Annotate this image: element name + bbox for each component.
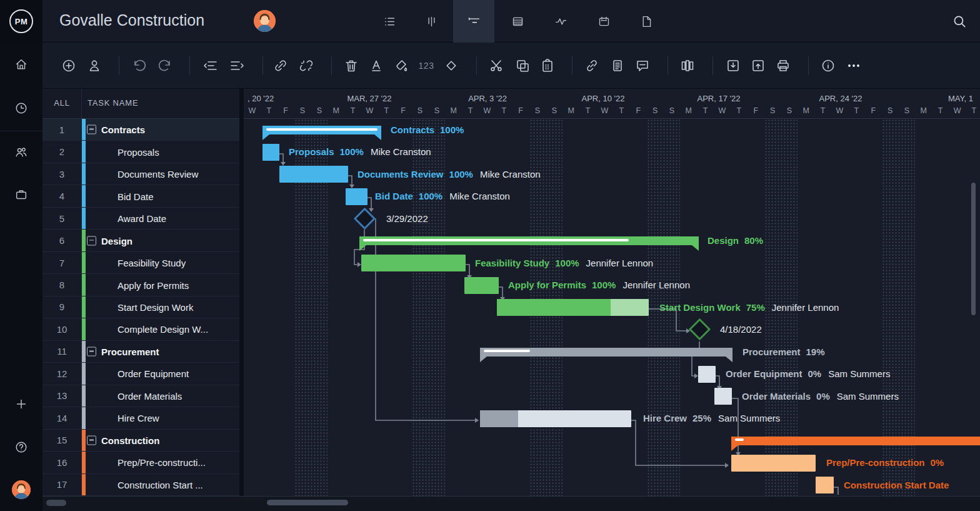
indent-button[interactable] xyxy=(229,58,245,74)
table-row-11[interactable]: 11Procurement xyxy=(42,341,239,363)
task-bar-bid-date[interactable] xyxy=(346,188,368,205)
sidebar-item-team[interactable] xyxy=(14,145,28,159)
add-task-button[interactable] xyxy=(61,58,77,74)
task-bar-order-equipment[interactable] xyxy=(698,366,716,383)
tab-list-view[interactable] xyxy=(369,0,410,43)
table-row-17[interactable]: 17Construction Start ... xyxy=(42,474,239,496)
comment-button[interactable] xyxy=(634,58,651,74)
chart-h-scrollbar[interactable] xyxy=(267,500,348,505)
delete-button[interactable] xyxy=(343,58,359,74)
summary-bar-contracts[interactable] xyxy=(262,126,381,140)
undo-button[interactable] xyxy=(131,58,148,74)
table-row-8[interactable]: 8Apply for Permits xyxy=(42,274,239,296)
tab-doc-view[interactable] xyxy=(626,0,667,43)
cut-icon xyxy=(489,58,504,73)
table-row-5[interactable]: 5Award Date xyxy=(42,208,239,230)
assign-user-button[interactable] xyxy=(86,58,102,74)
link-tasks-button[interactable] xyxy=(272,58,289,74)
table-row-16[interactable]: 16Prep/Pre-constructi... xyxy=(42,452,239,473)
table-row-9[interactable]: 9Start Design Work xyxy=(42,296,239,318)
gantt-label-prep-pre-construction: Prep/Pre-construction0% xyxy=(826,457,944,469)
summary-bar-procurement[interactable] xyxy=(480,348,732,362)
task-bar-order-materials[interactable] xyxy=(714,388,732,405)
table-h-scrollbar[interactable] xyxy=(46,500,66,506)
columns-button[interactable] xyxy=(679,58,696,74)
font-color-button[interactable] xyxy=(368,58,384,74)
export-button[interactable] xyxy=(750,58,766,74)
table-row-12[interactable]: 12Order Equipment xyxy=(42,363,239,385)
sidebar-item-time[interactable] xyxy=(14,101,28,115)
collapse-icon[interactable] xyxy=(87,236,96,245)
collapse-icon[interactable] xyxy=(87,347,96,356)
bar-task-name: Order Equipment xyxy=(726,368,802,379)
summary-bar-construction[interactable] xyxy=(731,437,980,451)
bar-percent: 80% xyxy=(744,235,763,246)
column-header-task-name[interactable]: TASK NAME xyxy=(88,98,138,108)
task-bar-prep-pre-construction[interactable] xyxy=(731,455,816,472)
fill-color-button[interactable] xyxy=(392,58,409,74)
tab-calendar-view[interactable] xyxy=(583,0,624,43)
search-icon[interactable] xyxy=(951,13,968,29)
table-row-15[interactable]: 15Construction xyxy=(42,430,239,452)
notes-button[interactable] xyxy=(609,58,626,74)
table-row-4[interactable]: 4Bid Date xyxy=(42,185,239,207)
row-number: 16 xyxy=(42,452,81,473)
table-row-6[interactable]: 6Design xyxy=(42,230,239,251)
team-icon xyxy=(14,145,28,159)
table-row-1[interactable]: 1Contracts xyxy=(42,119,239,141)
tab-activity-view[interactable] xyxy=(540,0,581,43)
tab-sheet-view[interactable] xyxy=(497,0,538,43)
gantt-label-hire-crew: Hire Crew25%Sam Summers xyxy=(643,412,780,425)
table-row-14[interactable]: 14Hire Crew xyxy=(42,407,239,429)
doc-view-icon xyxy=(640,15,653,28)
task-bar-construction-start-date[interactable] xyxy=(816,477,834,493)
chart-v-scrollbar[interactable] xyxy=(971,183,976,315)
tab-kanban-view[interactable] xyxy=(411,0,452,43)
gantt-label-order-materials: Order Materials0%Sam Summers xyxy=(742,390,899,403)
table-row-7[interactable]: 7Feasibility Study xyxy=(42,252,239,274)
table-row-13[interactable]: 13Order Materials xyxy=(42,385,239,407)
gantt-label-proposals: Proposals100%Mike Cranston xyxy=(289,146,431,158)
task-bar-apply-for-permits[interactable] xyxy=(464,277,499,294)
tab-gantt-view[interactable] xyxy=(453,0,494,43)
table-row-10[interactable]: 10Complete Design W... xyxy=(42,318,239,340)
fill-color-icon xyxy=(393,58,408,73)
outdent-button[interactable] xyxy=(202,58,219,74)
panel-divider[interactable] xyxy=(239,89,244,511)
unlink-tasks-button[interactable] xyxy=(298,58,314,74)
collapse-icon[interactable] xyxy=(87,125,96,134)
number-format-button[interactable]: 123 xyxy=(418,58,434,74)
task-bar-hire-crew[interactable] xyxy=(480,410,631,427)
table-row-3[interactable]: 3Documents Review xyxy=(42,163,239,185)
print-button[interactable] xyxy=(775,58,791,74)
sidebar-item-home[interactable] xyxy=(14,58,28,71)
row-number: 10 xyxy=(42,318,81,340)
paste-button[interactable] xyxy=(539,58,556,74)
sidebar-item-add[interactable] xyxy=(14,397,28,411)
task-name: Proposals xyxy=(118,146,159,157)
table-row-2[interactable]: 2Proposals xyxy=(42,141,239,163)
milestone-icon xyxy=(444,58,459,73)
user-avatar[interactable] xyxy=(12,480,31,499)
bar-task-name: Proposals xyxy=(289,146,334,157)
sidebar-item-help[interactable] xyxy=(14,440,28,454)
import-button[interactable] xyxy=(725,58,741,74)
copy-button[interactable] xyxy=(514,58,531,74)
pm-logo[interactable]: PM xyxy=(9,9,33,33)
column-header-all[interactable]: ALL xyxy=(42,98,81,108)
cut-button[interactable] xyxy=(488,58,504,74)
more-button[interactable] xyxy=(846,58,862,74)
attachment-button[interactable] xyxy=(584,58,600,74)
project-owner-avatar[interactable] xyxy=(254,10,276,32)
task-bar-proposals[interactable] xyxy=(262,144,279,161)
task-bar-feasibility-study[interactable] xyxy=(361,255,466,271)
redo-button[interactable] xyxy=(157,58,173,74)
info-button[interactable] xyxy=(820,58,836,74)
task-bar-start-design-work[interactable] xyxy=(497,299,649,316)
milestone-button[interactable] xyxy=(443,58,459,74)
summary-notch-right xyxy=(374,134,381,140)
summary-bar-design[interactable] xyxy=(359,236,699,251)
sidebar-item-portfolio[interactable] xyxy=(14,188,28,201)
task-bar-documents-review[interactable] xyxy=(279,166,348,183)
collapse-icon[interactable] xyxy=(87,435,96,445)
